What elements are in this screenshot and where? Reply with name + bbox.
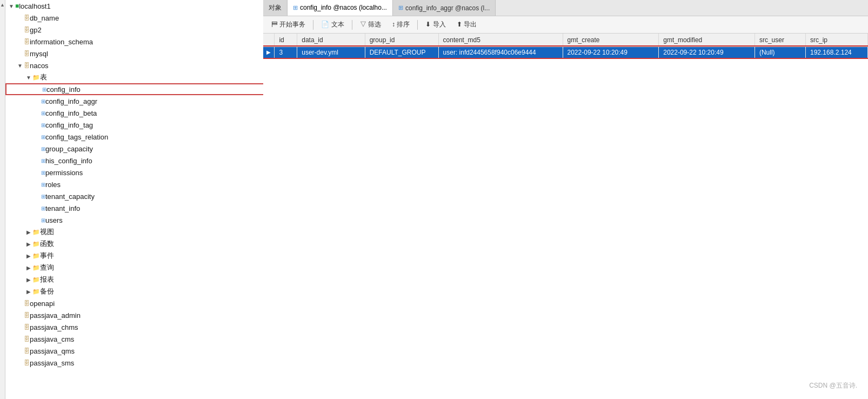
tab-tab-object[interactable]: 对象 (263, 0, 288, 16)
sidebar-item-users[interactable]: ⊞ users (5, 214, 268, 226)
btn-begin[interactable]: ⛿ 开始事务 (266, 18, 310, 31)
sidebar-item-shijian[interactable]: 📁 事件 (5, 250, 268, 262)
col-label: gmt_modified (663, 36, 702, 44)
sidebar-item-beifen[interactable]: 📁 备份 (5, 285, 268, 297)
tree-item-label: config_info (46, 85, 81, 94)
sidebar-item-group_capacity[interactable]: ⊞ group_capacity (5, 143, 268, 155)
tree-item-label: 报表 (40, 275, 54, 284)
expand-arrow[interactable] (25, 289, 32, 295)
expand-arrow[interactable] (8, 3, 15, 9)
expand-arrow[interactable] (25, 241, 32, 247)
cell-src_user: (Null) (755, 46, 805, 58)
table-row[interactable]: ▶3user-dev.ymlDEFAULT_GROUPuser: infd244… (263, 46, 868, 58)
btn-text[interactable]: 📄 文本 (316, 18, 349, 31)
cell-data_id: user-dev.yml (297, 46, 365, 58)
cell-gmt_create: 2022-09-22 10:20:49 (563, 46, 659, 58)
tree-item-label: tenant_info (45, 204, 80, 212)
col-header-col-content-md5[interactable]: content_md5 (438, 34, 563, 46)
scroll-up-arrow: ▲ (0, 2, 5, 8)
sidebar-item-roles[interactable]: ⊞ roles (5, 178, 268, 190)
col-header-col-src-ip[interactable]: src_ip (806, 34, 868, 46)
sidebar-item-hanshu[interactable]: 📁 函数 (5, 238, 268, 250)
toolbar: ⛿ 开始事务📄 文本▽ 筛选↕ 排序⬇ 导入⬆ 导出 (263, 16, 868, 34)
toolbar-divider (313, 20, 313, 30)
expand-arrow[interactable] (25, 229, 32, 235)
tab-tab-config-info[interactable]: ⊞config_info @nacos (localho... (288, 0, 393, 16)
sidebar-item-permissions[interactable]: ⊞ permissions (5, 167, 268, 178)
sidebar-item-information_schema[interactable]: 🗄 information_schema (5, 36, 268, 48)
btn-export[interactable]: ⬆ 导出 (452, 18, 482, 31)
tree-item-label: config_info_beta (45, 109, 97, 117)
sidebar-item-nacos[interactable]: 🗄 nacos (5, 59, 268, 71)
col-label: id (279, 36, 284, 44)
sidebar-item-passjava_sms[interactable]: 🗄 passjava_sms (5, 357, 268, 369)
sidebar-item-localhost1[interactable]: ■ localhost1 (5, 0, 268, 12)
sidebar-item-config_info_beta[interactable]: ⊞ config_info_beta (5, 107, 268, 119)
tree-item-label: gp2 (30, 26, 42, 34)
tree-item-label: passjava_admin (30, 311, 81, 320)
tree-item-label: db_name (30, 14, 59, 22)
tab-table-icon: ⊞ (398, 4, 403, 11)
expand-arrow[interactable] (25, 253, 32, 259)
sidebar-item-config_info[interactable]: ⊞ config_info (5, 83, 268, 95)
sidebar-item-his_config_info[interactable]: ⊞ his_config_info (5, 155, 268, 167)
sidebar-item-passjava_admin[interactable]: 🗄 passjava_admin (5, 309, 268, 321)
tree-item-label: 视图 (40, 227, 54, 237)
col-label: src_ip (810, 36, 827, 44)
col-header-col-id[interactable]: id (275, 34, 297, 46)
sidebar-item-config_info_aggr[interactable]: ⊞ config_info_aggr (5, 95, 268, 107)
sidebar-item-baobiao[interactable]: 📁 报表 (5, 274, 268, 285)
expand-arrow[interactable] (16, 63, 24, 69)
tree-item-label: his_config_info (45, 157, 92, 165)
tree-item-label: config_tags_relation (45, 133, 108, 141)
cell-content_md5: user: infd2445658f940c06e9444 (438, 46, 563, 58)
tree-item-label: information_schema (30, 38, 93, 46)
col-label: data_id (302, 36, 323, 44)
tree-item-label: nacos (30, 62, 49, 70)
btn-export-label: ⬆ 导出 (457, 20, 477, 29)
btn-begin-label: ⛿ 开始事务 (271, 20, 305, 29)
left-panel: ▲ ■ localhost1 🗄 db_name 🗄 gp2 🗄 informa… (0, 0, 263, 399)
expand-arrow[interactable] (25, 75, 32, 81)
sidebar-item-passjava_chms[interactable]: 🗄 passjava_chms (5, 321, 268, 333)
sidebar-item-openapi[interactable]: 🗄 openapi (5, 297, 268, 309)
tree-item-label: roles (45, 181, 61, 189)
sidebar-item-passjava_cms[interactable]: 🗄 passjava_cms (5, 333, 268, 345)
col-header-col-data-id[interactable]: data_id (297, 34, 365, 46)
sidebar-item-tenant_capacity[interactable]: ⊞ tenant_capacity (5, 190, 268, 202)
col-header-col-gmt-create[interactable]: gmt_create (563, 34, 659, 46)
expand-arrow[interactable] (25, 277, 32, 283)
btn-sort[interactable]: ↕ 排序 (387, 18, 415, 31)
col-label: gmt_create (567, 36, 600, 44)
btn-text-label: 📄 文本 (321, 20, 344, 29)
sidebar-item-config_info_tag[interactable]: ⊞ config_info_tag (5, 119, 268, 131)
row-indicator-0: ▶ (263, 46, 275, 58)
btn-filter[interactable]: ▽ 筛选 (355, 18, 386, 31)
tree-item-label: passjava_sms (30, 359, 74, 367)
btn-import[interactable]: ⬇ 导入 (420, 18, 450, 31)
tree-item-label: 函数 (40, 239, 54, 249)
cell-gmt_modified: 2022-09-22 10:20:49 (659, 46, 755, 58)
tab-label: config_info @nacos (localho... (300, 4, 387, 11)
col-header-col-src-user[interactable]: src_user (755, 34, 805, 46)
expand-arrow[interactable] (25, 265, 32, 271)
tree-item-label: 表 (40, 72, 47, 82)
sidebar-item-db_name[interactable]: 🗄 db_name (5, 12, 268, 24)
cell-src_ip: 192.168.2.124 (806, 46, 868, 58)
sidebar-item-mysql[interactable]: 🗄 mysql (5, 48, 268, 59)
col-header-col-group-id[interactable]: group_id (365, 34, 438, 46)
sidebar-item-tenant_info[interactable]: ⊞ tenant_info (5, 202, 268, 214)
toolbar-divider (352, 20, 352, 30)
tab-tab-config-info-aggr[interactable]: ⊞config_info_aggr @nacos (l... (393, 0, 496, 16)
tree-item-label: users (45, 216, 63, 224)
sidebar-item-passjava_qms[interactable]: 🗄 passjava_qms (5, 345, 268, 357)
tree-item-label: 备份 (40, 287, 54, 296)
sidebar-item-biao[interactable]: 📁 表 (5, 71, 268, 83)
sidebar-item-shitu[interactable]: 📁 视图 (5, 226, 268, 238)
col-label: content_md5 (443, 36, 480, 44)
col-header-col-gmt-modified[interactable]: gmt_modified (659, 34, 755, 46)
tab-bar: 对象⊞config_info @nacos (localho...⊞config… (263, 0, 868, 16)
sidebar-item-gp2[interactable]: 🗄 gp2 (5, 24, 268, 36)
sidebar-item-config_tags_relation[interactable]: ⊞ config_tags_relation (5, 131, 268, 143)
sidebar-item-chaxun[interactable]: 📁 查询 (5, 262, 268, 274)
